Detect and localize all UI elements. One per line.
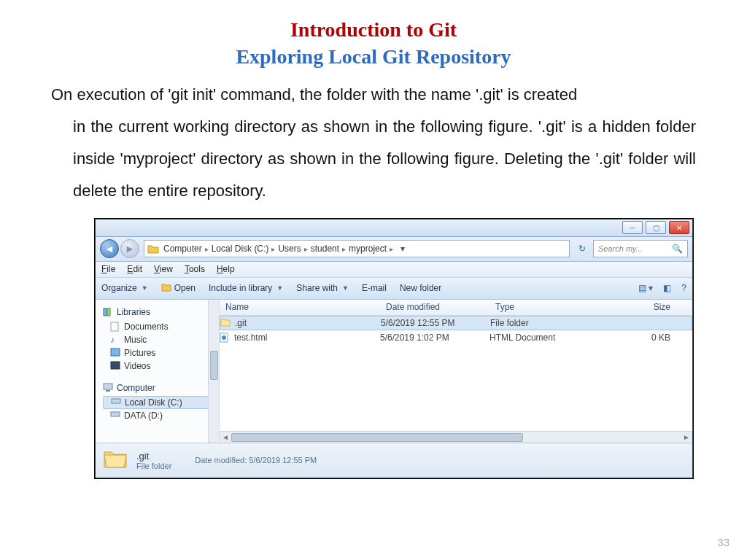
help-button[interactable]: ?	[681, 283, 686, 293]
search-icon: 🔍	[672, 244, 683, 254]
cell-date: 5/6/2019 1:02 PM	[380, 332, 489, 343]
back-button[interactable]: ◄	[100, 239, 119, 258]
music-icon: ♪	[110, 335, 120, 345]
crumb-3[interactable]: student	[311, 244, 339, 254]
sidebar-scrollbar[interactable]	[208, 300, 219, 443]
cell-type: File folder	[490, 318, 592, 328]
drive-icon	[110, 411, 120, 421]
slide-title: Introduction to Git	[51, 18, 696, 42]
column-headers: Name Date modified Type Size	[220, 300, 692, 316]
file-row[interactable]: .git 5/6/2019 12:55 PM File folder	[220, 316, 692, 330]
details-name: .git	[136, 451, 171, 462]
menu-help[interactable]: Help	[217, 264, 235, 274]
preview-pane-button[interactable]: ◧	[663, 283, 671, 293]
chevron-right-icon: ▸	[342, 245, 346, 253]
scroll-right-button[interactable]: ►	[681, 432, 692, 443]
menu-file[interactable]: File	[101, 264, 115, 274]
cell-size: 0 KB	[592, 332, 692, 343]
refresh-button[interactable]: ↻	[574, 241, 590, 257]
breadcrumb[interactable]: Computer▸ Local Disk (C:)▸ Users▸ studen…	[144, 240, 570, 257]
drive-icon	[111, 397, 121, 408]
sidebar-documents[interactable]: Documents	[103, 320, 219, 333]
view-options-button[interactable]: ▤ ▾	[638, 283, 653, 293]
svg-rect-3	[111, 349, 120, 356]
close-button[interactable]: ✕	[669, 221, 689, 234]
details-type: File folder	[136, 462, 171, 470]
horizontal-scrollbar[interactable]: ◄ ►	[220, 431, 692, 443]
cell-type: HTML Document	[489, 332, 592, 343]
nav-pane: Libraries Documents ♪Music Pictures Vide…	[96, 300, 220, 443]
toolbar: Organize▼ Open Include in library▼ Share…	[96, 278, 692, 300]
new-folder-button[interactable]: New folder	[400, 283, 441, 293]
svg-rect-4	[111, 362, 120, 369]
crumb-1[interactable]: Local Disk (C:)	[212, 244, 269, 254]
col-type[interactable]: Type	[489, 302, 592, 312]
col-name[interactable]: Name	[220, 302, 380, 312]
sidebar-computer[interactable]: Computer	[103, 381, 219, 394]
cell-name: test.html	[234, 332, 267, 343]
sidebar-pictures[interactable]: Pictures	[103, 346, 219, 359]
svg-rect-6	[106, 390, 110, 392]
videos-icon	[110, 361, 120, 371]
svg-rect-1	[107, 308, 110, 316]
file-row[interactable]: test.html 5/6/2019 1:02 PM HTML Document…	[220, 330, 692, 345]
file-list-pane: Name Date modified Type Size .git 5/6/20…	[220, 300, 692, 443]
share-with-button[interactable]: Share with▼	[296, 283, 349, 293]
slide-subtitle: Exploring Local Git Repository	[51, 44, 696, 70]
sidebar-data-drive[interactable]: DATA (D:)	[103, 409, 219, 422]
menu-tools[interactable]: Tools	[185, 264, 205, 274]
col-size[interactable]: Size	[592, 302, 692, 312]
folder-icon	[147, 244, 159, 254]
minimize-button[interactable]: ─	[622, 221, 643, 234]
details-pane: .git File folder Date modified: 5/6/2019…	[96, 443, 692, 478]
search-input[interactable]: Search my... 🔍	[593, 240, 688, 257]
sidebar-libraries[interactable]: Libraries	[103, 306, 219, 319]
document-icon	[110, 322, 120, 332]
chevron-right-icon: ▸	[390, 245, 393, 253]
open-button[interactable]: Open	[161, 283, 196, 293]
window-titlebar: ─ ▢ ✕	[96, 219, 692, 237]
slide-paragraph: On execution of 'git init' command, the …	[51, 79, 696, 207]
crumb-2[interactable]: Users	[278, 244, 301, 254]
menu-edit[interactable]: Edit	[127, 264, 142, 274]
chevron-right-icon: ▸	[205, 245, 209, 253]
sidebar-local-disk[interactable]: Local Disk (C:)	[103, 396, 213, 409]
svg-point-10	[222, 335, 226, 340]
cell-name: .git	[235, 318, 247, 328]
svg-rect-7	[112, 399, 120, 403]
crumb-4[interactable]: myproject	[349, 244, 387, 254]
page-number: 33	[717, 536, 729, 548]
cell-date: 5/6/2019 12:55 PM	[381, 318, 490, 328]
col-date[interactable]: Date modified	[380, 302, 489, 312]
menu-bar: File Edit View Tools Help	[96, 262, 692, 278]
svg-rect-5	[104, 384, 112, 389]
include-library-button[interactable]: Include in library▼	[209, 283, 283, 293]
sidebar-videos[interactable]: Videos	[103, 359, 219, 373]
html-file-icon	[220, 332, 230, 343]
computer-icon	[103, 383, 113, 393]
folder-icon	[220, 318, 231, 328]
organize-button[interactable]: Organize▼	[101, 283, 148, 293]
scrollbar-thumb[interactable]	[210, 351, 218, 380]
nav-bar: ◄ ► Computer▸ Local Disk (C:)▸ Users▸ st…	[96, 237, 692, 262]
scroll-left-button[interactable]: ◄	[220, 432, 231, 443]
details-modified: 5/6/2019 12:55 PM	[249, 456, 317, 464]
svg-rect-0	[104, 308, 107, 316]
breadcrumb-dropdown[interactable]: ▾	[396, 244, 409, 254]
para-line1: On execution of 'git init' command, the …	[51, 85, 577, 104]
explorer-window: ─ ▢ ✕ ◄ ► Computer▸ Local Disk (C:)▸ Use…	[95, 219, 693, 478]
svg-rect-2	[111, 322, 118, 331]
maximize-button[interactable]: ▢	[646, 221, 666, 234]
crumb-0[interactable]: Computer	[163, 244, 202, 254]
search-placeholder: Search my...	[598, 244, 643, 253]
pictures-icon	[110, 348, 120, 358]
folder-open-icon	[161, 283, 171, 293]
scrollbar-thumb[interactable]	[231, 433, 523, 442]
sidebar-music[interactable]: ♪Music	[103, 333, 219, 346]
chevron-down-icon: ▼	[142, 284, 148, 292]
chevron-down-icon: ▼	[342, 284, 349, 292]
forward-button[interactable]: ►	[120, 239, 139, 258]
chevron-down-icon: ▼	[276, 284, 283, 292]
email-button[interactable]: E-mail	[362, 283, 387, 293]
menu-view[interactable]: View	[154, 264, 173, 274]
